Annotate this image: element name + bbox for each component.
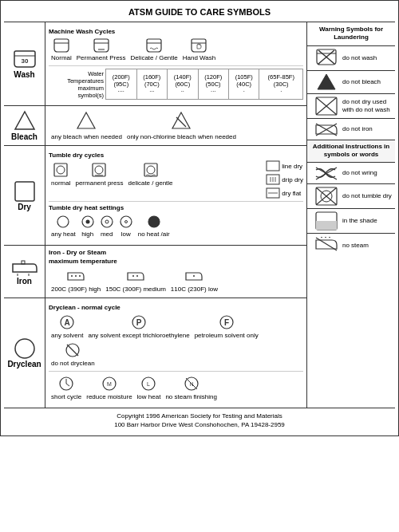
dry-normal-icon <box>53 162 69 178</box>
dryclean-short-icon <box>58 376 74 392</box>
iron-row: Iron Iron - Dry or Steam maximum tempera… <box>4 246 306 298</box>
heat-high-icon <box>81 215 95 229</box>
svg-rect-12 <box>54 164 67 176</box>
svg-point-33 <box>148 216 160 227</box>
wash-delicate-icon <box>145 38 163 53</box>
warn-no-tumble-symbol <box>310 187 342 206</box>
line-dry-label: line dry <box>282 163 302 170</box>
dry-flat: dry flat <box>266 187 303 199</box>
warn-no-iron-icon <box>314 121 338 137</box>
dryclean-except: P any solvent except trichloroethylene <box>88 314 189 339</box>
dryclean-moisture: M reduce moisture <box>86 376 132 400</box>
svg-marker-7 <box>15 112 34 129</box>
warn-no-steam: no steam <box>307 234 395 258</box>
warn-no-dry-label: do not dry used with do not wash <box>342 98 392 113</box>
footer: Copyright 1996 American Society for Test… <box>4 408 395 432</box>
svg-marker-9 <box>172 112 190 128</box>
temp-120f: (120F)(50C)··· <box>198 69 228 100</box>
tumble-cycles-label: Tumble dry cycles <box>49 152 303 159</box>
warn-no-bleach-symbol <box>310 73 342 91</box>
wash-icon: 30 <box>12 49 38 70</box>
svg-point-37 <box>71 275 73 277</box>
iron-text: Iron <box>17 277 32 286</box>
dryclean-no-icon <box>65 342 81 358</box>
iron-low: 110C (230F) low <box>171 268 218 293</box>
svg-point-18 <box>147 166 155 174</box>
warn-shade-icon <box>315 211 338 231</box>
heat-none-icon <box>147 215 161 229</box>
warn-no-bleach-label: do not bleach <box>342 78 392 86</box>
dryclean-no-steam-icon: N <box>184 376 200 392</box>
dry-flat-icon <box>266 187 280 199</box>
page: ATSM GUIDE TO CARE SYMBOLS 30 Wash Mac <box>0 0 399 436</box>
main-title: ATSM GUIDE TO CARE SYMBOLS <box>4 4 395 22</box>
wash-label: 30 Wash <box>4 22 45 105</box>
dryclean-low-heat-icon: L <box>140 376 156 392</box>
warn-no-wash-label: do not wash <box>342 54 392 62</box>
dryclean-text: Dryclean <box>7 360 41 368</box>
wash-permanent: Permanent Press <box>77 38 126 61</box>
wash-cycles-row: Normal Permanent Press <box>49 37 303 63</box>
bleach-symbols-row: any bleach when needed only non-chlorine… <box>49 109 303 142</box>
iron-icon <box>11 258 38 277</box>
iron-medium-icon <box>126 268 145 284</box>
wash-perm-icon <box>93 38 110 53</box>
wash-hand-icon <box>190 38 207 53</box>
svg-point-40 <box>132 275 134 277</box>
bleach-content: any bleach when needed only non-chlorine… <box>45 106 306 145</box>
bleach-row: Bleach any bleach when needed <box>4 106 306 146</box>
bleach-any-label: any bleach when needed <box>51 133 122 140</box>
dry-delicate: delicate / gentle <box>128 162 172 187</box>
svg-point-43 <box>15 339 34 358</box>
dryclean-any: A any solvent <box>51 314 83 339</box>
warn-no-tumble-icon <box>315 187 338 206</box>
normal-label: Normal <box>51 54 72 61</box>
wash-delicate: Delicate / Gentle <box>131 38 178 61</box>
dry-perm-label: permanent press <box>75 179 123 187</box>
dryclean-petroleum: F petroleum solvent only <box>195 314 259 339</box>
heat-settings-row: any heat high <box>49 213 303 239</box>
dryclean-petroleum-label: petroleum solvent only <box>195 332 259 339</box>
svg-rect-17 <box>144 164 157 176</box>
dryclean-row: Dryclean Dryclean - normal cycle A <box>4 298 306 408</box>
heat-high: high <box>81 215 95 238</box>
dry-normal: normal <box>51 162 70 187</box>
iron-content: Iron - Dry or Steam maximum temperature … <box>45 246 306 298</box>
machine-wash-sub: Machine Wash Cycles Normal <box>49 26 303 66</box>
dryclean-moisture-label: reduce moisture <box>86 393 132 400</box>
svg-point-13 <box>57 166 65 174</box>
iron-low-label: 110C (230F) low <box>171 286 218 293</box>
content-area: 30 Wash Machine Wash Cycles <box>4 22 395 408</box>
heat-med-icon <box>100 215 114 229</box>
svg-point-30 <box>105 220 109 223</box>
temp-table: WaterTemperaturesmaximumsymbol(s) (200F)… <box>49 69 303 100</box>
temp-200f: (200F)(95C)···· <box>106 69 136 100</box>
dryclean-no-steam: N no steam finishing <box>165 376 216 400</box>
delicate-label: Delicate / Gentle <box>131 54 178 61</box>
dryclean-normal-label: Dryclean - normal cycle <box>49 304 303 311</box>
dry-delicate-icon <box>143 162 159 178</box>
warn-no-steam-label: no steam <box>342 242 392 250</box>
dryclean-short: short cycle <box>51 376 81 400</box>
dryclean-no: do not dryclean <box>51 342 95 367</box>
svg-point-38 <box>75 275 77 277</box>
svg-point-41 <box>136 275 138 277</box>
warn-no-wring-icon <box>314 165 338 181</box>
footer-line1: Copyright 1996 American Society for Test… <box>6 412 393 420</box>
dryclean-except-icon: P <box>131 314 147 330</box>
bleach-non-chlorine-label: only non-chlorine bleach when needed <box>127 133 236 140</box>
heat-low-icon <box>119 215 133 229</box>
temp-65f: (65F-85F)(30C)· <box>259 69 303 100</box>
iron-title: Iron - Dry or Steam <box>49 249 303 256</box>
temp-140f: (140F)(60C)·· <box>168 69 198 100</box>
svg-point-28 <box>85 220 89 224</box>
dry-content: Tumble dry cycles <box>45 146 306 245</box>
drip-dry-label: drip dry <box>282 176 303 183</box>
svg-text:L: L <box>148 381 151 387</box>
svg-point-32 <box>124 221 127 223</box>
dryclean-no-label: do not dryclean <box>51 360 95 367</box>
perm-press-label: Permanent Press <box>77 54 126 61</box>
warn-shade-symbol <box>310 211 342 231</box>
warn-no-wash: do not wash <box>307 46 395 71</box>
wash-normal: Normal <box>51 38 72 61</box>
